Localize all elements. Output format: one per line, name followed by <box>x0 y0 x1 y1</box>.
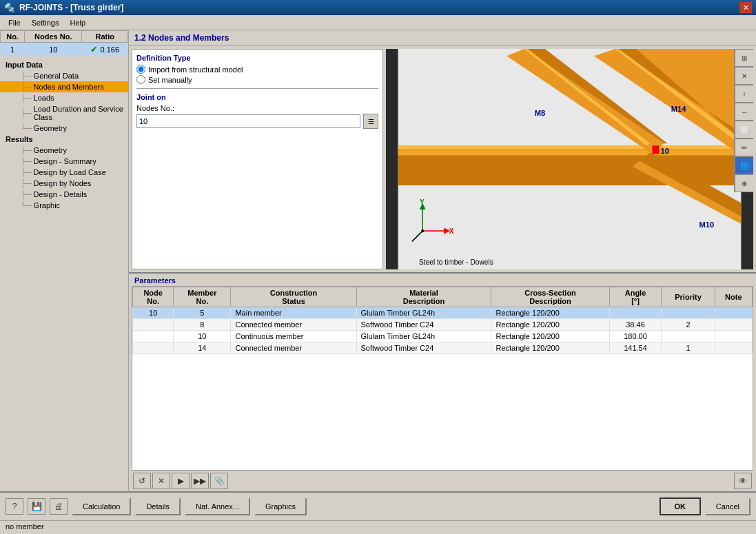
table-cell <box>662 307 715 319</box>
nodes-no-input[interactable] <box>136 114 360 128</box>
titlebar-title: RF-JOINTS - [Truss girder] <box>19 3 123 12</box>
th-node-no: NodeNo. <box>133 287 174 307</box>
sidebar: No. Nodes No. Ratio 1 10 ✔ 0.166 <box>0 30 129 491</box>
view-btn-7[interactable]: ⊕ <box>735 174 753 192</box>
scene-caption: Steel to timber - Dowels <box>419 258 493 266</box>
view-btn-2[interactable]: ↕ <box>735 85 753 103</box>
radio-manual[interactable]: Set manually <box>136 75 378 84</box>
th-angle: Angle[°] <box>609 287 662 307</box>
table-cell: Rectangle 120/200 <box>491 307 609 319</box>
nat-annex-button[interactable]: Nat. Annex... <box>185 497 250 515</box>
svg-marker-3 <box>398 150 742 155</box>
radio-import-label: Import from structural model <box>148 65 243 74</box>
footer: ? 💾 🖨 Calculation Details Nat. Annex... … <box>0 491 756 520</box>
jobs-table: No. Nodes No. Ratio 1 10 ✔ 0.166 <box>0 30 128 57</box>
menubar: File Settings Help <box>0 15 756 30</box>
table-cell: Glulam Timber GL24h <box>356 307 491 319</box>
view-btn-0[interactable]: ⊞ <box>735 49 753 67</box>
sidebar-item-geometry-results[interactable]: ├─ Geometry <box>0 145 128 156</box>
tb-view-button[interactable]: 👁 <box>734 473 752 489</box>
status-text: no member <box>6 522 44 531</box>
radio-manual-input[interactable] <box>136 75 145 84</box>
nodes-no-label: Nodes No.: <box>136 104 378 112</box>
sidebar-item-geometry-input[interactable]: └─ Geometry <box>0 123 128 134</box>
sidebar-item-label: Geometry <box>34 146 67 154</box>
menu-settings[interactable]: Settings <box>26 17 65 28</box>
tree-line: ├─ <box>21 83 32 91</box>
table-cell: Rectangle 120/200 <box>491 319 609 331</box>
table-row[interactable]: 10Continuous memberGlulam Timber GL24hRe… <box>133 331 753 342</box>
job-nodes: 10 <box>25 43 82 57</box>
menu-file[interactable]: File <box>3 17 26 28</box>
app-icon: 🔩 <box>4 3 15 13</box>
radio-import-input[interactable] <box>136 65 145 74</box>
sidebar-item-load-duration[interactable]: ├─ Load Duration and Service Class <box>0 103 128 123</box>
sidebar-item-design-details[interactable]: ├─ Design - Details <box>0 189 128 200</box>
table-row[interactable]: 14Connected memberSoftwood Timber C24Rec… <box>133 342 753 354</box>
table-cell: 180.00 <box>609 331 662 342</box>
tb-forward-button[interactable]: ▶ <box>172 473 190 489</box>
view-toolbar: ⊞ ✕ ↕ ↔ ⬜ ✏ 🌐 ⊕ <box>734 49 753 192</box>
ok-button[interactable]: OK <box>660 497 701 515</box>
cancel-button[interactable]: Cancel <box>705 497 750 515</box>
calculation-button[interactable]: Calculation <box>72 497 131 515</box>
table-cell: 10 <box>133 307 174 319</box>
sidebar-item-label: Design - Summary <box>34 157 96 165</box>
tb-refresh-button[interactable]: ↺ <box>133 473 151 489</box>
sidebar-item-loads[interactable]: ├─ Loads <box>0 92 128 103</box>
sidebar-item-design-load-case[interactable]: ├─ Design by Load Case <box>0 167 128 178</box>
sidebar-item-general-data[interactable]: ├─ General Data <box>0 70 128 81</box>
sidebar-item-label: Design - Details <box>34 190 88 198</box>
status-checkmark: ✔ <box>90 44 98 54</box>
svg-marker-4 <box>398 145 742 149</box>
table-cell: 38.46 <box>609 319 662 331</box>
close-button[interactable]: ✕ <box>739 2 752 13</box>
table-cell <box>609 307 662 319</box>
view-btn-4[interactable]: ⬜ <box>735 121 753 138</box>
sidebar-item-label: Design by Nodes <box>34 179 92 187</box>
sidebar-item-label: Graphic <box>34 201 61 209</box>
table-row[interactable]: 105Main memberGlulam Timber GL24hRectang… <box>133 307 753 319</box>
menu-help[interactable]: Help <box>64 17 91 28</box>
sidebar-item-design-summary[interactable]: ├─ Design - Summary <box>0 156 128 167</box>
job-ratio: 0.166 <box>101 45 120 54</box>
footer-help-button[interactable]: ? <box>6 498 23 515</box>
col-ratio: Ratio <box>82 31 128 43</box>
tb-attach-button[interactable]: 📎 <box>210 473 228 489</box>
sidebar-item-graphic[interactable]: └─ Graphic <box>0 200 128 211</box>
view-btn-1[interactable]: ✕ <box>735 67 753 85</box>
view-btn-3[interactable]: ↔ <box>735 103 753 121</box>
input-data-header: Input Data <box>0 59 128 70</box>
col-nodes: Nodes No. <box>25 31 82 43</box>
tree-nav: Input Data ├─ General Data ├─ Nodes and … <box>0 57 128 214</box>
data-table-container[interactable]: NodeNo. MemberNo. ConstructionStatus Mat… <box>132 286 753 471</box>
tb-delete-button[interactable]: ✕ <box>152 473 170 489</box>
table-cell: Rectangle 120/200 <box>491 342 609 354</box>
svg-text:10: 10 <box>661 147 669 155</box>
nodes-picker-button[interactable]: ☰ <box>363 114 378 129</box>
view-btn-5[interactable]: ✏ <box>735 138 753 156</box>
tb-fast-forward-button[interactable]: ▶▶ <box>191 473 209 489</box>
sidebar-item-label: Loads <box>34 94 54 102</box>
footer-save-button[interactable]: 💾 <box>28 498 45 515</box>
footer-print-button[interactable]: 🖨 <box>50 498 68 515</box>
svg-text:M14: M14 <box>671 105 686 113</box>
table-toolbar: ↺ ✕ ▶ ▶▶ 📎 👁 <box>129 471 756 491</box>
tree-line: └─ <box>21 124 32 132</box>
job-row[interactable]: 1 10 ✔ 0.166 <box>1 43 128 57</box>
data-tbody: 105Main memberGlulam Timber GL24hRectang… <box>133 307 753 354</box>
form-panel: Definition Type Import from structural m… <box>132 49 383 269</box>
sidebar-item-label: General Data <box>34 72 79 80</box>
table-row[interactable]: 8Connected memberSoftwood Timber C24Rect… <box>133 319 753 331</box>
graphics-button[interactable]: Graphics <box>254 497 307 515</box>
sidebar-item-nodes-members[interactable]: ├─ Nodes and Members <box>0 81 128 92</box>
details-button[interactable]: Details <box>135 497 181 515</box>
view-btn-6[interactable]: 🌐 <box>735 156 753 174</box>
sidebar-item-label: Load Duration and Service Class <box>34 105 125 121</box>
sidebar-item-design-nodes[interactable]: ├─ Design by Nodes <box>0 178 128 189</box>
tree-line: ├─ <box>21 168 32 176</box>
radio-import[interactable]: Import from structural model <box>136 65 378 74</box>
right-content: 1.2 Nodes and Members Definition Type Im… <box>129 30 756 491</box>
job-no: 1 <box>1 43 25 57</box>
sidebar-item-label: Design by Load Case <box>34 168 106 176</box>
